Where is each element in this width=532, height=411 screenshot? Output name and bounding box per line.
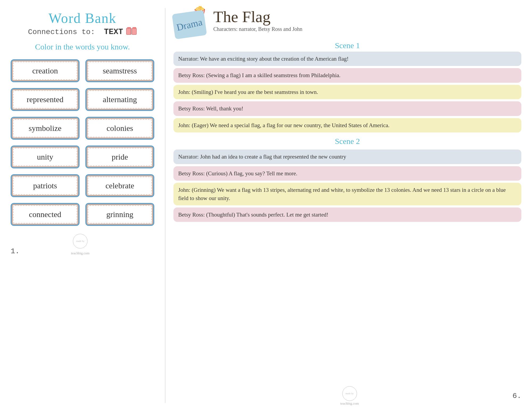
word-bank-title: Word Bank bbox=[49, 11, 117, 26]
word-card-colonies[interactable]: colonies bbox=[85, 117, 154, 140]
page-number-left: 1. bbox=[11, 247, 20, 255]
logo-circle-left: made by bbox=[73, 234, 88, 248]
logo-text-right: teachbig.com bbox=[340, 401, 359, 406]
scene2-heading: Scene 2 bbox=[173, 137, 521, 146]
right-footer: made by teachbig.com 6. bbox=[173, 384, 521, 406]
connections-subtitle: Connections to: TEXT bbox=[28, 27, 123, 36]
text-label: TEXT bbox=[104, 27, 123, 36]
svg-rect-1 bbox=[132, 28, 136, 35]
right-panel: 🍿 Drama The Flag Characters: narrator, B… bbox=[165, 0, 532, 411]
drama-badge-wrap: 🍿 Drama bbox=[173, 8, 208, 37]
title-block: The Flag Characters: narrator, Betsy Ros… bbox=[213, 8, 521, 32]
word-grid: creation seamstress represented alternat… bbox=[11, 59, 154, 226]
word-card-creation[interactable]: creation bbox=[11, 59, 80, 82]
word-card-symbolize[interactable]: symbolize bbox=[11, 117, 80, 140]
drama-label: Drama bbox=[176, 16, 203, 33]
drama-content: Narrator: We have an exciting story abou… bbox=[173, 52, 521, 222]
speech-betsy-3: Betsy Ross: (Curious) A flag, you say? T… bbox=[173, 166, 521, 181]
word-card-patriots[interactable]: patriots bbox=[11, 174, 80, 197]
scene1-heading: Scene 1 bbox=[173, 41, 521, 50]
svg-rect-3 bbox=[127, 27, 131, 29]
flag-title: The Flag bbox=[213, 8, 521, 26]
word-card-seamstress[interactable]: seamstress bbox=[85, 59, 154, 82]
speech-betsy-2: Betsy Ross: Well, thank you! bbox=[173, 101, 521, 116]
speech-betsy-4: Betsy Ross: (Thoughtful) That's sounds p… bbox=[173, 207, 521, 222]
word-card-connected[interactable]: connected bbox=[11, 203, 80, 226]
speech-narrator-1: Narrator: We have an exciting story abou… bbox=[173, 52, 521, 66]
svg-rect-4 bbox=[132, 27, 136, 29]
color-instruction: Color in the words you know. bbox=[35, 42, 130, 51]
word-card-grinning[interactable]: grinning bbox=[85, 203, 154, 226]
drama-header: 🍿 Drama The Flag Characters: narrator, B… bbox=[173, 8, 521, 37]
characters-line: Characters: narrator, Betsy Ross and Joh… bbox=[213, 26, 521, 32]
svg-rect-0 bbox=[126, 28, 131, 35]
word-card-represented[interactable]: represented bbox=[11, 88, 80, 111]
speech-john-3: John: (Grinning) We want a flag with 13 … bbox=[173, 183, 521, 205]
word-card-pride[interactable]: pride bbox=[85, 146, 154, 168]
word-card-celebrate[interactable]: celebrate bbox=[85, 174, 154, 197]
speech-john-1: John: (Smiling) I've heard you are the b… bbox=[173, 85, 521, 99]
page-number-right: 6. bbox=[512, 392, 521, 400]
left-panel: Word Bank Connections to: TEXT Color in … bbox=[0, 0, 165, 411]
speech-betsy-1: Betsy Ross: (Sewing a flag) I am a skill… bbox=[173, 68, 521, 82]
word-card-unity[interactable]: unity bbox=[11, 146, 80, 168]
logo-text-left: teachbig.com bbox=[71, 251, 90, 255]
logo-circle-right: made by bbox=[342, 386, 357, 401]
logo-right: made by teachbig.com bbox=[340, 386, 359, 406]
speech-narrator-2: Narrator: John had an idea to create a f… bbox=[173, 150, 521, 164]
drama-badge: Drama bbox=[172, 10, 207, 39]
book-icon bbox=[126, 27, 137, 36]
word-card-alternating[interactable]: alternating bbox=[85, 88, 154, 111]
speech-john-2: John: (Eager) We need a special flag, a … bbox=[173, 118, 521, 132]
logo-left: made by teachbig.com bbox=[71, 234, 90, 255]
